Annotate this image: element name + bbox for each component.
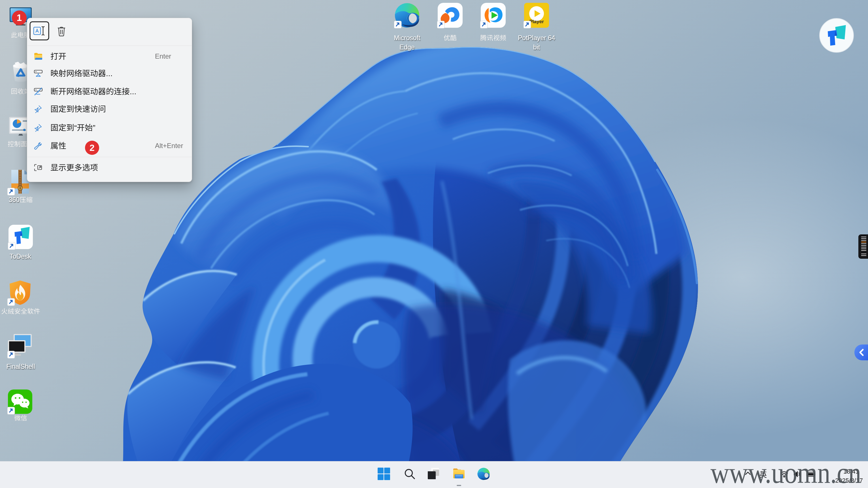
svg-text:Player: Player	[529, 19, 544, 24]
